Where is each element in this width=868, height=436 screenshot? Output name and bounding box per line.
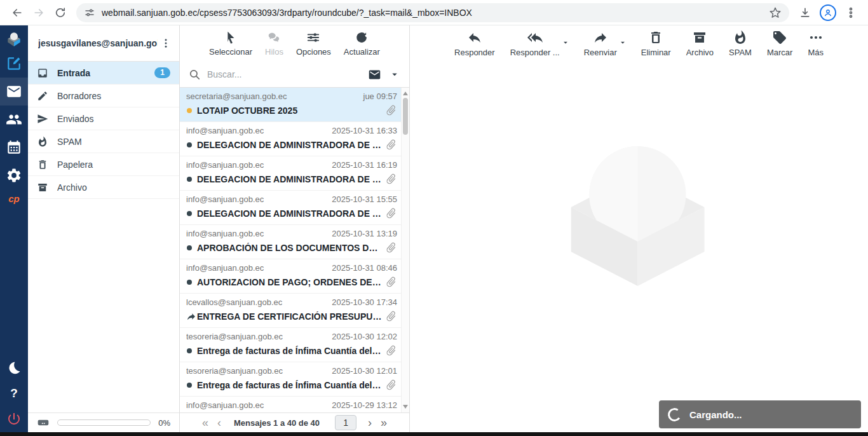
more-icon (808, 30, 824, 45)
browser-forward-button[interactable] (28, 2, 50, 24)
options-icon (306, 31, 320, 44)
folder-drafts[interactable]: Borradores (28, 85, 179, 107)
forward-button[interactable]: Reenviar (584, 30, 617, 57)
help-icon[interactable]: ? (10, 381, 18, 405)
next-page-button[interactable]: › (368, 417, 372, 428)
dark-mode-toggle[interactable] (0, 355, 28, 381)
delete-button[interactable]: Eliminar (641, 30, 671, 57)
url-text: webmail.sanjuan.gob.ec/cpsess7753063093/… (102, 8, 769, 18)
folder-archive[interactable]: Archivo (28, 176, 179, 199)
message-subject: APROBACIÓN DE LOS DOCUMENTOS DE LA... (197, 243, 383, 253)
scroll-down-arrow[interactable] (403, 405, 408, 409)
message-row[interactable]: tesoreria@sanjuan.gob.ec 2025-10-30 12:0… (180, 362, 401, 397)
unread-dot (187, 211, 192, 216)
attachment-icon (383, 308, 400, 325)
tag-icon (772, 30, 787, 45)
quota-percent: 0% (158, 418, 170, 428)
disk-icon (37, 416, 50, 429)
flame-icon (37, 136, 48, 147)
browser-back-button[interactable] (6, 2, 28, 24)
pagination-bar: « ‹ Mensajes 1 a 40 de 40 1 › » (180, 412, 409, 432)
folder-spam[interactable]: SPAM (28, 130, 179, 153)
cpanel-icon[interactable]: cp (8, 189, 20, 208)
forward-dropdown-caret[interactable] (618, 38, 627, 47)
first-page-button[interactable]: « (202, 417, 208, 428)
reply-all-button[interactable]: Responder ... (510, 30, 560, 57)
folder-inbox[interactable]: Entrada 1 (28, 62, 179, 85)
quota-progress (57, 419, 151, 426)
account-menu-icon[interactable] (158, 35, 174, 51)
browser-menu-icon[interactable] (840, 2, 862, 24)
message-row[interactable]: info@sanjuan.gob.ec 2025-10-31 16:19 DEL… (180, 156, 401, 191)
message-row[interactable]: secretaria@sanjuan.gob.ec jue 09:57 LOTA… (180, 88, 401, 122)
settings-tab[interactable] (0, 161, 28, 189)
message-flag (186, 383, 197, 388)
attachment-icon (383, 205, 400, 222)
logout-button[interactable] (0, 405, 28, 432)
message-flag (186, 108, 197, 113)
browser-profile-avatar[interactable] (820, 4, 836, 21)
message-row[interactable]: info@sanjuan.gob.ec 2025-10-31 13:19 APR… (180, 225, 401, 259)
roundcube-logo (0, 25, 28, 50)
more-button[interactable]: Más (808, 30, 824, 57)
message-subject: LOTAIP OCTUBRE 2025 (197, 106, 383, 116)
browser-address-bar[interactable]: webmail.sanjuan.gob.ec/cpsess7753063093/… (76, 3, 789, 22)
message-row[interactable]: info@sanjuan.gob.ec 2025-10-31 08:46 AUT… (180, 259, 401, 294)
reply-button[interactable]: Responder (454, 30, 495, 57)
contacts-tab[interactable] (0, 106, 28, 133)
search-icon (189, 69, 201, 81)
folder-sent[interactable]: Enviados (28, 107, 179, 130)
message-flag (186, 348, 197, 353)
search-scope-caret-icon[interactable] (389, 69, 400, 80)
attachment-icon (383, 376, 400, 393)
message-sender: info@sanjuan.gob.ec (186, 229, 327, 238)
message-subject: Entrega de facturas de Ínfima Cuantía de… (197, 346, 383, 356)
mail-icon (6, 83, 22, 100)
download-icon[interactable] (794, 2, 816, 24)
threads-button[interactable]: Hilos (265, 31, 283, 57)
calendar-tab[interactable] (0, 133, 28, 161)
prev-page-button[interactable]: ‹ (217, 417, 221, 428)
list-scrollbar[interactable] (401, 88, 409, 412)
mail-tab[interactable] (0, 78, 28, 106)
scrollbar-thumb[interactable] (403, 98, 408, 135)
pagination-summary: Mensajes 1 a 40 de 40 (234, 418, 320, 428)
unread-dot (187, 383, 192, 388)
list-toolbar: Seleccionar Hilos Opciones Actualizar (180, 25, 409, 62)
compose-button[interactable] (0, 50, 28, 78)
unread-dot (187, 348, 192, 353)
search-input[interactable] (207, 69, 368, 79)
attachment-icon (383, 239, 400, 256)
message-list-viewport: secretaria@sanjuan.gob.ec jue 09:57 LOTA… (180, 88, 409, 412)
last-page-button[interactable]: » (381, 417, 387, 428)
refresh-button[interactable]: Actualizar (344, 31, 380, 57)
page-number-input[interactable]: 1 (335, 415, 356, 430)
archive-button[interactable]: Archivo (686, 30, 714, 57)
message-date: 2025-10-31 08:46 (332, 263, 397, 273)
reply-all-dropdown-caret[interactable] (561, 38, 570, 47)
message-row[interactable]: info@sanjuan.gob.ec 2025-10-31 15:55 DEL… (180, 191, 401, 225)
select-button[interactable]: Seleccionar (209, 31, 252, 57)
search-scope-mail-icon[interactable] (368, 68, 381, 81)
attachment-icon (383, 342, 400, 359)
folder-trash[interactable]: Papelera (28, 153, 179, 176)
message-row[interactable]: info@sanjuan.gob.ec 2025-10-31 16:33 DEL… (180, 122, 401, 156)
message-date: 2025-10-30 12:01 (332, 366, 397, 376)
message-subject: ENTREGA DE CERTIFICACIÓN PRESUPUEST... (197, 311, 383, 322)
message-date: 2025-10-31 13:19 (332, 229, 397, 238)
message-row[interactable]: info@sanjuan.gob.ec 2025-10-29 13:12 (180, 397, 401, 412)
unread-dot (187, 280, 192, 285)
site-info-icon[interactable] (84, 7, 95, 18)
reply-icon (467, 30, 482, 45)
archive-icon (692, 30, 707, 45)
mark-button[interactable]: Marcar (767, 30, 792, 57)
bottom-strip (0, 432, 868, 436)
options-button[interactable]: Opciones (296, 31, 331, 57)
browser-reload-button[interactable] (50, 2, 71, 24)
message-subject: DELEGACION DE ADMINISTRADORA DE OR... (197, 174, 383, 184)
message-row[interactable]: lcevallos@sanjuan.gob.ec 2025-10-30 17:3… (180, 294, 401, 328)
scroll-up-arrow[interactable] (403, 92, 408, 95)
bookmark-star-icon[interactable] (769, 6, 782, 19)
spam-button[interactable]: SPAM (729, 30, 752, 57)
message-row[interactable]: tesoreria@sanjuan.gob.ec 2025-10-30 12:0… (180, 328, 401, 362)
